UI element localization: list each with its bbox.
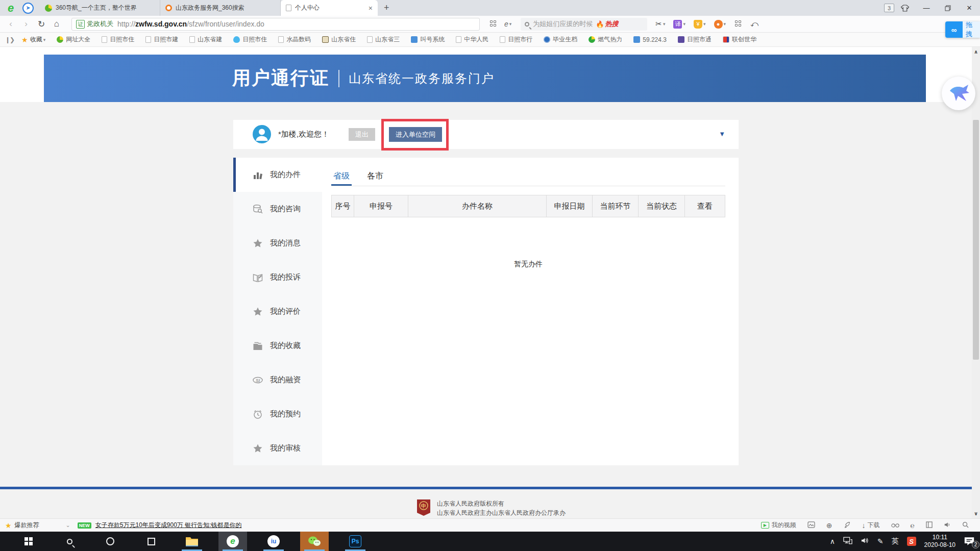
ie-mode-icon[interactable]: ℮	[911, 521, 915, 530]
bookmark-item[interactable]: 日照市行	[500, 35, 532, 44]
wechat-button[interactable]	[300, 532, 329, 551]
windows-taskbar: e iu Ps ∧ ✎ 英 S 10:11 2020-08-10 2	[0, 532, 980, 551]
bookmark-item[interactable]: 水晶数码	[278, 35, 311, 44]
scroll-down-icon[interactable]: ∨	[972, 511, 980, 516]
iu-app-button[interactable]: iu	[259, 532, 288, 551]
mute-speaker-icon[interactable]	[944, 521, 951, 530]
bookmark-item[interactable]: 日照市建	[145, 35, 178, 44]
favorites-label[interactable]: 收藏	[30, 35, 42, 44]
netdisk-drag-widget[interactable]: ∞ 拖拽	[945, 21, 980, 38]
bookmark-item[interactable]: 59.224.3	[633, 36, 667, 43]
back-icon[interactable]: ‹	[3, 19, 18, 29]
sidebar-item-my-consult[interactable]: 我的咨询	[233, 192, 322, 226]
apps-grid-icon[interactable]	[735, 20, 742, 28]
bookmark-item[interactable]: 毕业生档	[544, 35, 577, 44]
start-button[interactable]	[14, 532, 43, 551]
task-view-button[interactable]	[137, 532, 165, 551]
sogou-icon[interactable]: S	[907, 537, 916, 546]
sidebar-item-my-cases[interactable]: 我的办件	[233, 158, 322, 192]
screenshot-grid-icon[interactable]	[490, 20, 497, 28]
browser-tab-1[interactable]: 360导航_一个主页，整个世界	[40, 0, 160, 16]
bookmark-item[interactable]: 叫号系统	[411, 35, 445, 44]
favorites-caret-icon[interactable]: ▾	[43, 37, 46, 42]
bookmark-item[interactable]: 中华人民	[456, 35, 488, 44]
refresh-icon[interactable]: ↻	[34, 19, 49, 30]
sidebar-item-my-complaints[interactable]: 我的投诉	[233, 260, 322, 294]
sidebar-item-my-audits[interactable]: 我的审核	[233, 431, 322, 465]
address-bar[interactable]: 证 党政机关 http://zwfw.sd.gov.cn/sfzw/front/…	[71, 18, 480, 31]
reading-mode-icon[interactable]	[891, 521, 899, 530]
close-button[interactable]: ✕	[959, 0, 980, 16]
page-find-icon[interactable]	[962, 521, 969, 530]
photoshop-button[interactable]: Ps	[341, 532, 370, 551]
forward-icon[interactable]: ›	[18, 19, 34, 29]
news-headline-link[interactable]: 女子存款5万元10年后变成900万 银行告知:钱都是你的	[95, 521, 242, 530]
bookmark-item[interactable]: 网址大全	[57, 35, 90, 44]
bookmark-item[interactable]: 山东省住	[322, 35, 356, 44]
network-icon[interactable]	[843, 537, 852, 546]
hot-search-label[interactable]: 🔥热搜	[596, 19, 618, 29]
browser-tab-3-active[interactable]: 个人中心 ×	[281, 0, 378, 16]
search-box[interactable]: 为姐姐们应援的时候 🔥热搜	[521, 18, 647, 31]
game-tool[interactable]: ●▾	[714, 20, 726, 29]
favorites-star-icon[interactable]: ★	[21, 36, 28, 44]
restore-button[interactable]	[937, 0, 959, 16]
collapse-chevron-icon[interactable]: ⌄	[66, 522, 70, 529]
scroll-up-icon[interactable]: ∧	[972, 49, 980, 55]
tab-close-icon[interactable]: ×	[369, 4, 373, 12]
taskbar-clock[interactable]: 10:11 2020-08-10	[924, 534, 955, 549]
sidebar-item-my-favorites[interactable]: 我的收藏	[233, 329, 322, 363]
bookmark-item[interactable]: 日照市住	[102, 35, 134, 44]
boost-rocket-icon[interactable]	[844, 521, 851, 530]
compat-mode-icon[interactable]: e	[504, 20, 508, 28]
bookmark-item[interactable]: 山东省建	[189, 35, 222, 44]
nav-compass-icon[interactable]: ➤	[22, 3, 34, 14]
sidebar-item-my-ratings[interactable]: 我的评价	[233, 294, 322, 329]
enter-unit-space-button[interactable]: 进入单位空间	[389, 127, 442, 142]
minimize-button[interactable]: —	[916, 0, 937, 16]
page-scrollbar[interactable]: ∧ ∨	[972, 47, 980, 518]
download-button[interactable]: ↓下载	[862, 521, 880, 530]
sidebar-item-my-appointments[interactable]: 我的预约	[233, 397, 322, 431]
home-icon[interactable]: ⌂	[49, 19, 64, 29]
sidebar-item-my-messages[interactable]: 我的消息	[233, 226, 322, 260]
action-center-button[interactable]: 2	[964, 536, 976, 546]
site-cert-badge[interactable]: 证 党政机关	[76, 19, 113, 29]
skin-icon[interactable]	[894, 0, 916, 16]
split-window-icon[interactable]	[926, 521, 933, 530]
undo-icon[interactable]: ⤺	[750, 19, 758, 29]
volume-icon[interactable]	[861, 537, 869, 546]
new-tab-button[interactable]: +	[384, 3, 389, 13]
image-icon[interactable]	[807, 521, 815, 530]
sidebar-item-my-financing[interactable]: SI 我的融资	[233, 363, 322, 397]
ime-indicator[interactable]: 英	[892, 537, 899, 546]
record-icon[interactable]: ⊕	[826, 521, 832, 530]
browser-360-button[interactable]: e	[218, 532, 247, 551]
scissors-tool[interactable]: ✂▾	[655, 19, 665, 29]
user-avatar[interactable]	[253, 125, 271, 143]
pen-icon[interactable]: ✎	[877, 537, 884, 545]
my-videos-button[interactable]: ▶ 我的视频	[761, 521, 796, 530]
tab-cities[interactable]: 各市	[365, 171, 385, 186]
tab-provincial[interactable]: 省级	[331, 171, 352, 186]
wallet-tool[interactable]: ¥▾	[694, 20, 706, 29]
bookmark-item[interactable]: 日照市通	[678, 35, 712, 44]
bookmark-item[interactable]: 联创世华	[723, 35, 756, 44]
browser-tab-2[interactable]: 山东政务服务网_360搜索	[160, 0, 281, 16]
logout-button[interactable]: 退出	[349, 128, 375, 141]
browser-logo-icon[interactable]: e	[4, 2, 17, 15]
thunder-bird-widget[interactable]	[942, 77, 975, 110]
scrollbar-thumb[interactable]	[973, 120, 979, 360]
bookmark-item[interactable]: 燃气热力	[589, 35, 622, 44]
user-dropdown-caret-icon[interactable]: ▼	[719, 130, 725, 138]
file-explorer-button[interactable]	[178, 532, 206, 551]
bookmark-item[interactable]: 山东省三	[367, 35, 400, 44]
tray-expand-icon[interactable]: ∧	[830, 537, 835, 545]
taskbar-search-button[interactable]	[55, 532, 84, 551]
tab-count-badge[interactable]: 3	[884, 4, 894, 12]
hot-picks-label[interactable]: 爆款推荐	[15, 521, 39, 530]
bookmark-item[interactable]: 日照市住	[233, 35, 267, 44]
translate-tool[interactable]: 译▾	[673, 20, 685, 29]
bookmark-panel-icon[interactable]: ❙❯	[5, 36, 14, 43]
cortana-button[interactable]	[96, 532, 125, 551]
